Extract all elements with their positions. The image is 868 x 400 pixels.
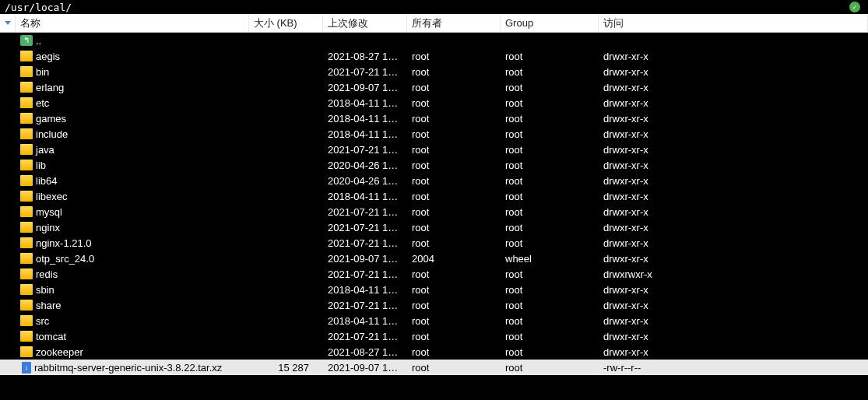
file-modified: 2021-08-27 1… (323, 51, 407, 62)
table-row[interactable]: otp_src_24.02021-09-07 1…2004wheeldrwxr-… (0, 251, 868, 266)
table-row[interactable]: include2018-04-11 1…rootrootdrwxr-xr-x (0, 126, 868, 142)
file-modified: 2021-09-07 1… (323, 253, 407, 265)
file-permissions: drwxr-xr-x (599, 144, 868, 156)
table-row[interactable]: erlang2021-09-07 1…rootrootdrwxr-xr-x (0, 79, 868, 95)
file-owner: root (407, 144, 501, 156)
file-name: erlang (36, 82, 64, 93)
file-permissions: drwxr-xr-x (599, 66, 868, 78)
table-row[interactable]: etc2018-04-11 1…rootrootdrwxr-xr-x (0, 95, 868, 111)
file-name: etc (36, 97, 49, 109)
file-modified: 2021-09-07 1… (323, 362, 407, 374)
table-row[interactable]: mysql2021-07-21 1…rootrootdrwxr-xr-x (0, 204, 868, 219)
file-permissions: drwxr-xr-x (599, 82, 868, 93)
file-modified: 2021-07-21 1… (323, 268, 407, 280)
file-group: root (501, 175, 599, 187)
table-row[interactable]: zookeeper2021-08-27 1…rootrootdrwxr-xr-x (0, 344, 868, 360)
file-group: root (501, 237, 599, 249)
table-row[interactable]: aegis2021-08-27 1…rootrootdrwxr-xr-x (0, 48, 868, 64)
file-owner: root (407, 160, 501, 171)
folder-icon (20, 97, 33, 108)
header-name[interactable]: 名称 (16, 14, 249, 32)
file-permissions: drwxr-xr-x (599, 51, 868, 62)
name-cell: redis (16, 268, 249, 280)
file-group: root (501, 315, 599, 327)
file-owner: root (407, 237, 501, 249)
folder-icon (20, 284, 33, 295)
file-group: root (501, 51, 599, 62)
file-list[interactable]: ..aegis2021-08-27 1…rootrootdrwxr-xr-xbi… (0, 33, 868, 375)
file-modified: 2020-04-26 1… (323, 160, 407, 171)
file-group: root (501, 346, 599, 358)
file-permissions: drwxr-xr-x (599, 331, 868, 342)
file-permissions: drwxr-xr-x (599, 222, 868, 233)
file-owner: root (407, 66, 501, 78)
folder-icon (20, 160, 33, 170)
folder-icon (20, 268, 33, 279)
file-owner: root (407, 206, 501, 218)
table-row[interactable]: java2021-07-21 1…rootrootdrwxr-xr-x (0, 142, 868, 157)
file-group: root (501, 128, 599, 140)
folder-icon (20, 128, 33, 139)
folder-icon (20, 113, 33, 124)
file-permissions: -rw-r--r-- (599, 362, 868, 374)
file-owner: 2004 (407, 253, 501, 265)
table-row[interactable]: lib642020-04-26 1…rootrootdrwxr-xr-x (0, 173, 868, 188)
name-cell: sbin (16, 284, 249, 296)
file-modified: 2018-04-11 1… (323, 128, 407, 140)
file-group: root (501, 113, 599, 125)
file-modified: 2021-07-21 1… (323, 206, 407, 218)
folder-icon (20, 191, 33, 202)
name-cell: src (16, 315, 249, 327)
table-row[interactable]: libexec2018-04-11 1…rootrootdrwxr-xr-x (0, 188, 868, 204)
file-group: root (501, 66, 599, 78)
column-headers: 名称 大小 (KB) 上次修改 所有者 Group 访问 (0, 14, 868, 33)
file-permissions: drwxr-xr-x (599, 315, 868, 327)
header-size[interactable]: 大小 (KB) (249, 14, 323, 32)
file-group: root (501, 222, 599, 233)
table-row[interactable]: share2021-07-21 1…rootrootdrwxr-xr-x (0, 297, 868, 313)
file-name: share (36, 300, 61, 311)
folder-icon (20, 82, 33, 93)
name-cell: .. (16, 35, 249, 47)
name-cell: lib64 (16, 175, 249, 187)
table-row[interactable]: games2018-04-11 1…rootrootdrwxr-xr-x (0, 111, 868, 126)
file-name: games (36, 113, 66, 125)
table-row[interactable]: tomcat2021-07-21 1…rootrootdrwxr-xr-x (0, 328, 868, 344)
file-permissions: drwxr-xr-x (599, 191, 868, 202)
file-permissions: drwxrwxr-x (599, 268, 868, 280)
file-modified: 2021-09-07 1… (323, 82, 407, 93)
header-perm[interactable]: 访问 (599, 14, 868, 32)
file-name: nginx-1.21.0 (36, 237, 92, 249)
table-row[interactable]: nginx2021-07-21 1…rootrootdrwxr-xr-x (0, 219, 868, 235)
file-group: root (501, 331, 599, 342)
table-row[interactable]: redis2021-07-21 1…rootrootdrwxrwxr-x (0, 266, 868, 282)
table-row[interactable]: nginx-1.21.02021-07-21 1…rootrootdrwxr-x… (0, 235, 868, 251)
file-name: nginx (36, 222, 60, 233)
table-row[interactable]: rabbitmq-server-generic-unix-3.8.22.tar.… (0, 360, 868, 375)
folder-icon (20, 300, 33, 311)
table-row[interactable]: .. (0, 33, 868, 48)
file-modified: 2021-08-27 1… (323, 346, 407, 358)
name-cell: mysql (16, 206, 249, 218)
header-group[interactable]: Group (501, 14, 599, 32)
file-size: 15 287 (249, 362, 323, 374)
table-row[interactable]: sbin2018-04-11 1…rootrootdrwxr-xr-x (0, 282, 868, 297)
table-row[interactable]: bin2021-07-21 1…rootrootdrwxr-xr-x (0, 64, 868, 79)
header-modified[interactable]: 上次修改 (323, 14, 407, 32)
name-cell: bin (16, 66, 249, 78)
file-name: aegis (36, 51, 60, 62)
table-row[interactable]: src2018-04-11 1…rootrootdrwxr-xr-x (0, 313, 868, 328)
path-bar[interactable]: /usr/local/ (0, 0, 868, 14)
file-group: root (501, 191, 599, 202)
file-modified: 2020-04-26 1… (323, 175, 407, 187)
table-row[interactable]: lib2020-04-26 1…rootrootdrwxr-xr-x (0, 157, 868, 173)
file-group: root (501, 144, 599, 156)
file-modified: 2018-04-11 1… (323, 97, 407, 109)
file-name: sbin (36, 284, 54, 296)
name-cell: lib (16, 160, 249, 171)
expand-toggle[interactable] (0, 14, 16, 32)
file-owner: root (407, 362, 501, 374)
name-cell: aegis (16, 51, 249, 62)
file-owner: root (407, 331, 501, 342)
header-owner[interactable]: 所有者 (407, 14, 501, 32)
